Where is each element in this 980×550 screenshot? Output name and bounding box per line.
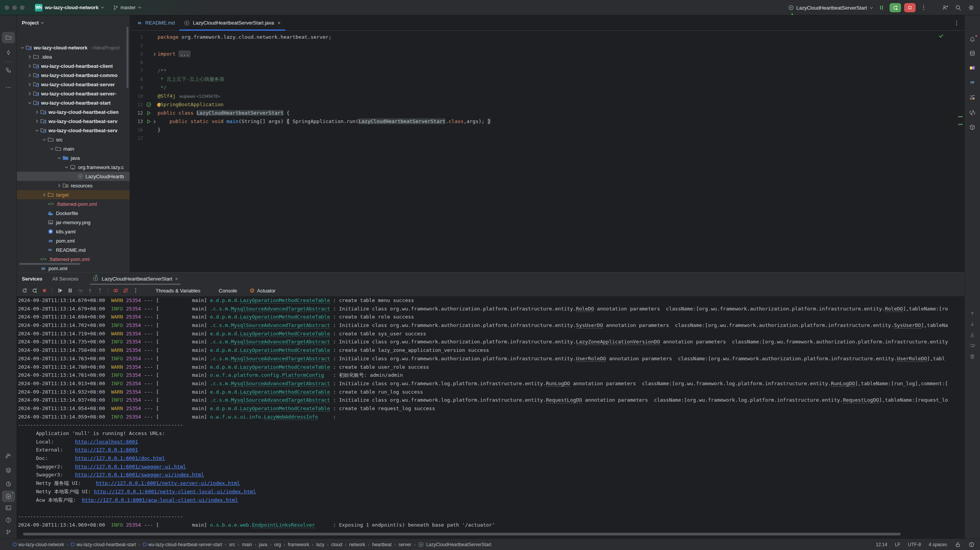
tree-row[interactable]: wu-lazy-cloud-heartbeat-commo — [17, 71, 130, 80]
tab-actuator[interactable]: Actuator — [250, 288, 276, 294]
code-line[interactable]: 1package org.framework.lazy.cloud.networ… — [130, 33, 964, 41]
tree-chevron-right-icon[interactable] — [26, 64, 33, 68]
log-class-link[interactable]: RequestLogDO — [546, 397, 582, 403]
toolbtn-commit-tool[interactable] — [2, 47, 15, 58]
project-selector[interactable]: wu-lazy-cloud-network — [45, 5, 105, 10]
log-class-link[interactable]: RequestLogDO — [843, 397, 879, 403]
breadcrumb-item[interactable]: wu-lazy-cloud-network — [13, 542, 64, 547]
breadcrumb-item[interactable]: wu-lazy-cloud-heartbeat-start — [71, 542, 136, 547]
toolbtn-git-tool[interactable] — [2, 526, 15, 538]
tree-vertical-scrollbar[interactable] — [126, 27, 128, 88]
log-class-link[interactable]: SysUserDO — [894, 322, 921, 328]
file-encoding[interactable]: UTF-8 — [908, 542, 921, 547]
code-line[interactable]: 9 */ — [130, 84, 964, 92]
run-gutter-icon[interactable] — [146, 117, 152, 126]
console-output[interactable]: 2024-09-28T11:13:14.670+08:00 WARN 25354… — [17, 296, 964, 539]
toolbtn-build-tool[interactable] — [2, 450, 15, 462]
tree-row[interactable]: wu-lazy-cloud-heartbeat-clien — [17, 107, 130, 117]
pause-button[interactable] — [66, 286, 75, 295]
log-class-link[interactable]: UserRoleDO — [576, 356, 606, 362]
tree-row[interactable]: LazyCloudHeartb — [17, 172, 130, 181]
tree-row[interactable]: wu-lazy-cloud-network~/IdeaProject — [17, 43, 130, 52]
code-with-me-button[interactable] — [940, 3, 950, 12]
tree-row[interactable]: main — [17, 144, 130, 153]
toolbtn-notifications[interactable] — [966, 34, 979, 45]
tree-row[interactable]: .idea — [17, 52, 130, 61]
consolebtn-prev-occurrence[interactable] — [966, 308, 979, 319]
log-url-link[interactable]: http://127.0.0.1:6001/swagger-ui/index.h… — [75, 472, 204, 478]
tree-chevron-down-icon[interactable] — [41, 138, 48, 142]
log-class-link[interactable]: RunLogDO — [831, 381, 855, 387]
breadcrumb-item[interactable]: wu-lazy-cloud-heartbeat-server-start — [143, 542, 222, 547]
lock-icon[interactable] — [955, 542, 961, 548]
log-logger-link[interactable]: MysqlSourceAdvancedTargetAbstract — [231, 339, 330, 345]
log-logger-link[interactable]: MysqlSourceAdvancedTargetAbstract — [231, 356, 330, 362]
close-icon[interactable]: × — [175, 276, 178, 282]
rerun-application-button[interactable] — [890, 3, 901, 12]
toolbtn-services-tool[interactable] — [2, 491, 15, 502]
tree-row[interactable]: </>.flattened-pom.xml — [17, 199, 130, 209]
log-logger-link[interactable]: LazyOperationMethodCreateTable — [240, 314, 330, 320]
step-out-button[interactable] — [95, 286, 105, 295]
tree-row[interactable]: target — [17, 190, 130, 199]
rerun-debug-button[interactable] — [30, 286, 39, 295]
toolbtn-chart-plugin[interactable] — [966, 92, 979, 103]
log-logger-link[interactable]: LazyOperationMethodCreateTable — [240, 389, 330, 395]
log-class-link[interactable]: SysUserDO — [576, 322, 603, 328]
toolbtn-maven-tool[interactable]: m — [966, 76, 979, 88]
toolbtn-mybatis-plugin[interactable] — [966, 62, 979, 74]
code-line[interactable]: 12public class LazyCloudHeartbeatServerS… — [130, 109, 964, 117]
close-window-button[interactable] — [5, 5, 9, 10]
tree-row[interactable]: k8s.yaml — [17, 227, 130, 236]
log-url-link[interactable]: http://127.0.0.1:6001/netty-server-ui/in… — [96, 480, 240, 486]
tab-all-services[interactable]: All Services — [53, 276, 79, 282]
services-title[interactable]: Services — [22, 276, 43, 282]
code-line[interactable]: 3import ... — [130, 50, 964, 58]
toolbtn-database-tool[interactable] — [966, 48, 979, 59]
tree-row[interactable]: Dockerfile — [17, 209, 130, 218]
log-logger-link[interactable]: LazyOperationMethodCreateTable — [240, 364, 330, 370]
breadcrumb-item[interactable]: framework — [288, 542, 309, 547]
tree-row[interactable]: wu-lazy-cloud-heartbeat-serv — [17, 126, 130, 135]
tree-chevron-down-icon[interactable] — [26, 101, 33, 105]
log-url-link[interactable]: http://127.0.0.1:6001 — [75, 447, 138, 453]
tree-chevron-down-icon[interactable] — [34, 128, 40, 133]
consolebtn-next-occurrence[interactable] — [966, 319, 979, 330]
tree-chevron-right-icon[interactable] — [56, 184, 62, 188]
code-area[interactable]: 1package org.framework.lazy.cloud.networ… — [130, 33, 964, 143]
breadcrumb-item[interactable]: server — [399, 542, 411, 547]
log-class-link[interactable]: LazyZoneApplicationVersionDO — [576, 339, 660, 345]
log-logger-link[interactable]: MysqlSourceAdvancedTargetAbstract — [231, 322, 330, 328]
search-everywhere-button[interactable] — [953, 3, 963, 12]
toolbtn-project-tool[interactable] — [2, 32, 15, 43]
tree-row[interactable]: mpom.xml — [17, 264, 130, 272]
more-actions-button[interactable] — [131, 286, 140, 295]
fold-marker-icon[interactable] — [152, 117, 158, 126]
fold-marker-icon[interactable] — [152, 50, 158, 58]
log-logger-link[interactable]: MysqlSourceAdvancedTargetAbstract — [231, 381, 330, 387]
tree-row[interactable]: org.framework.lazy.c — [17, 163, 130, 172]
log-url-link[interactable]: http://127.0.0.1:6001/swagger-ui.html — [75, 464, 186, 470]
code-line[interactable]: 8 * 云上云下-云上心跳服务器 — [130, 75, 964, 84]
rerun-button[interactable] — [20, 286, 29, 295]
tree-horizontal-scrollbar[interactable] — [19, 263, 80, 265]
tree-row[interactable]: src — [17, 135, 130, 144]
indent-size[interactable]: 4 spaces — [929, 542, 947, 547]
step-into-button[interactable] — [85, 286, 95, 295]
toolbtn-profiler-tool[interactable] — [2, 478, 15, 490]
tree-row[interactable]: mpom.xml — [17, 236, 130, 245]
breadcrumb-item[interactable]: java — [259, 542, 268, 547]
toolbtn-dependencies-tool[interactable] — [966, 121, 979, 133]
spring-gutter-icon[interactable] — [146, 100, 152, 109]
tree-row[interactable]: wu-lazy-cloud-heartbeat-server — [17, 80, 130, 89]
tree-row[interactable]: wu-lazy-cloud-heartbeat-client — [17, 61, 130, 71]
log-class-link[interactable]: RunLogDO — [546, 381, 570, 387]
log-url-link[interactable]: http://localhost:6001 — [75, 439, 138, 445]
consolebtn-scroll-to-end[interactable] — [966, 329, 979, 341]
stop-button[interactable] — [40, 286, 49, 295]
log-logger-link[interactable]: MysqlSourceAdvancedTargetAbstract — [231, 397, 330, 403]
tree-row[interactable]: wu-lazy-cloud-heartbeat-server- — [17, 89, 130, 98]
tree-row[interactable]: wu-lazy-cloud-heartbeat-serv — [17, 117, 130, 126]
tree-row[interactable]: resources — [17, 181, 130, 190]
tree-row[interactable]: java — [17, 153, 130, 163]
